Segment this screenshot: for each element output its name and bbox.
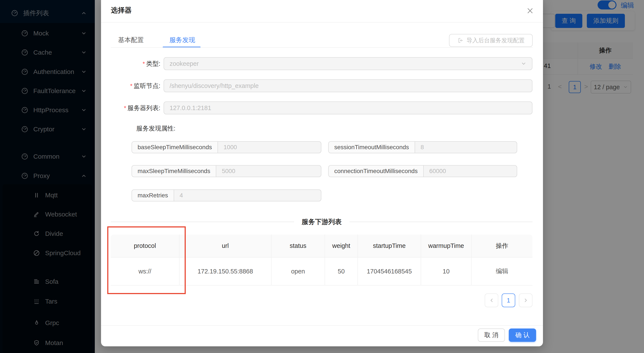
modal-header-divider [101, 22, 543, 22]
prop-value-input[interactable]: 4 [174, 190, 321, 201]
cell-url: 172.19.150.55:8868 [180, 258, 272, 286]
downstream-table-row: ws:// 172.19.150.55:8868 open 50 1704546… [111, 258, 532, 286]
row-edit-link[interactable]: 编辑 [472, 258, 532, 286]
prop-value-input[interactable]: 5000 [216, 166, 321, 177]
server-list-value: 127.0.0.1:2181 [170, 104, 211, 112]
prop-base-sleep-time: baseSleepTimeMilliseconds 1000 [132, 141, 321, 153]
required-star: * [130, 83, 132, 89]
prop-value-input[interactable]: 8 [415, 142, 517, 153]
cell-warmup-time: 10 [421, 258, 472, 286]
modal-footer-divider [101, 325, 543, 326]
column-header-operation: 操作 [472, 234, 532, 258]
prop-key: maxRetries [132, 190, 174, 201]
cancel-button[interactable]: 取 消 [478, 328, 505, 342]
modal-title: 选择器 [111, 6, 132, 15]
prop-session-timeout: sessionTimeoutMilliseconds 8 [328, 141, 517, 153]
column-header-status: status [272, 234, 325, 258]
prop-key: sessionTimeoutMilliseconds [329, 142, 415, 153]
column-header-startup-time: startupTime [358, 234, 421, 258]
table-next-page-button[interactable] [519, 294, 532, 307]
server-list-field-label: *服务器列表: [101, 102, 160, 114]
prop-connection-timeout: connectionTimeoutMilliseconds 60000 [328, 165, 517, 177]
prop-value-input[interactable]: 1000 [218, 142, 321, 153]
downstream-section-divider: 服务下游列表 [111, 218, 532, 226]
chevron-down-icon [521, 61, 526, 66]
listen-node-input[interactable]: /shenyu/discovery/http_example [164, 79, 532, 92]
server-list-input[interactable]: 127.0.0.1:2181 [164, 102, 532, 114]
prop-max-sleep-time: maxSleepTimeMilliseconds 5000 [132, 165, 321, 177]
prop-key: maxSleepTimeMilliseconds [132, 166, 216, 177]
type-select[interactable]: zookeeper [164, 57, 532, 70]
type-select-value: zookeeper [170, 60, 198, 67]
prop-max-retries: maxRetries 4 [132, 190, 321, 202]
required-star: * [124, 105, 126, 111]
cell-startup-time: 1704546168545 [358, 258, 421, 286]
downstream-section-title: 服务下游列表 [302, 217, 342, 226]
close-icon[interactable] [524, 5, 536, 17]
app-root: 插件列表 Mock Cache Authentication FaultTole… [0, 0, 644, 353]
listen-node-field-label: *监听节点: [101, 79, 160, 92]
downstream-table-header-row: protocol url status weight startupTime w… [111, 234, 532, 258]
downstream-table: protocol url status weight startupTime w… [111, 234, 532, 286]
cell-status: open [272, 258, 325, 286]
tab-basic-config[interactable]: 基本配置 [118, 36, 144, 44]
column-header-url: url [180, 234, 272, 258]
discovery-props-label: 服务发现属性: [136, 124, 176, 133]
column-header-protocol: protocol [111, 234, 180, 258]
table-current-page[interactable]: 1 [502, 294, 515, 307]
prop-value-input[interactable]: 60000 [424, 166, 517, 177]
tab-service-discovery[interactable]: 服务发现 [170, 36, 195, 44]
cell-protocol: ws:// [111, 258, 180, 286]
import-icon [457, 37, 464, 44]
divider-line [111, 222, 294, 222]
listen-node-value: /shenyu/discovery/http_example [170, 82, 258, 90]
required-star: * [142, 60, 145, 67]
tab-bar-divider [111, 47, 533, 48]
cell-weight: 50 [325, 258, 358, 286]
column-header-weight: weight [325, 234, 358, 258]
prop-key: baseSleepTimeMilliseconds [132, 142, 218, 153]
divider-line [350, 222, 533, 222]
import-discovery-config-button[interactable]: 导入后台服务发现配置 [449, 34, 533, 47]
confirm-button[interactable]: 确 认 [509, 328, 536, 342]
prop-key: connectionTimeoutMilliseconds [329, 166, 424, 177]
column-header-warmup-time: warmupTime [421, 234, 472, 258]
table-prev-page-button[interactable] [485, 294, 498, 307]
selector-modal: 选择器 基本配置 服务发现 导入后台服务发现配置 *类型: zookeeper … [101, 0, 543, 346]
type-field-label: *类型: [101, 57, 160, 70]
